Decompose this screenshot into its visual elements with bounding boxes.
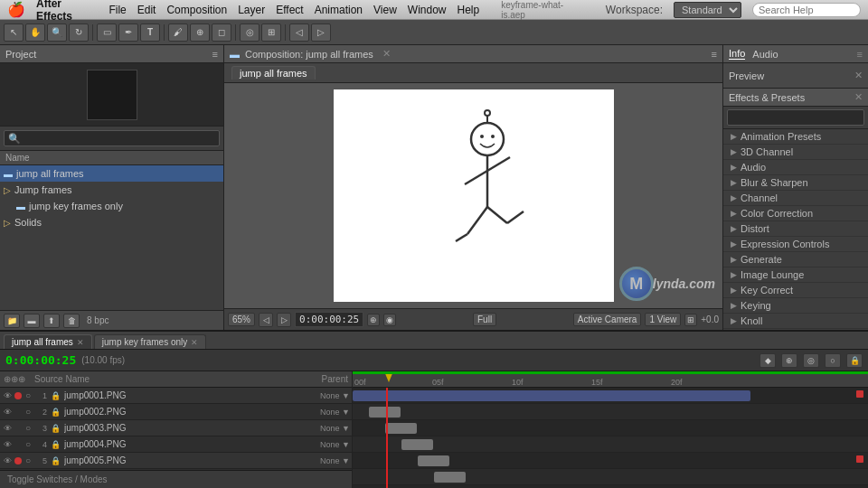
search-help-input[interactable] xyxy=(752,3,861,17)
toolbar-eraser-btn[interactable]: ◻ xyxy=(212,23,231,42)
tl-add-marker-btn[interactable]: ◆ xyxy=(760,353,776,368)
tl-layer-row-4[interactable]: 👁 ○ 5 🔒 jump0005.PNG None ▼ xyxy=(0,453,352,469)
new-folder-btn[interactable]: 📁 xyxy=(4,314,20,328)
comp-prev-btn[interactable]: ◁ xyxy=(259,313,273,327)
tl-motion-blur-btn[interactable]: ◎ xyxy=(803,353,819,368)
toolbar-pen-btn[interactable]: ✒ xyxy=(118,23,138,42)
toolbar-nav2-btn[interactable]: ▷ xyxy=(311,23,331,42)
trash-btn[interactable]: 🗑 xyxy=(63,314,80,328)
tl-layer-row-3[interactable]: 👁 ○ 4 🔒 jump0004.PNG None ▼ xyxy=(0,436,352,453)
tl-layer-row-1[interactable]: 👁 ○ 2 🔒 jump0002.PNG None ▼ xyxy=(0,404,352,420)
tl-lock-btn[interactable]: 🔒 xyxy=(846,353,863,368)
tl-layer-options-btn[interactable]: ⊕ xyxy=(781,353,797,368)
info-tab[interactable]: Info xyxy=(729,48,745,60)
menu-view[interactable]: View xyxy=(373,4,397,16)
tl-lock-3[interactable]: 🔒 xyxy=(51,440,61,449)
effect-item-2[interactable]: ▶ Audio xyxy=(723,160,868,175)
menu-file[interactable]: File xyxy=(108,4,126,16)
effect-item-1[interactable]: ▶ 3D Channel xyxy=(723,145,868,160)
right-panel-menu[interactable]: ≡ xyxy=(857,49,863,60)
effect-item-9[interactable]: ▶ Image Lounge xyxy=(723,267,868,283)
tl-layer-row-2[interactable]: 👁 ○ 3 🔒 jump0003.PNG None ▼ xyxy=(0,420,352,436)
workspace-select[interactable]: Standard xyxy=(674,2,741,18)
tl-tab-1[interactable]: jump key frames only ✕ xyxy=(94,334,206,349)
toolbar-rotate-btn[interactable]: ↻ xyxy=(69,23,89,42)
toolbar-zoom-btn[interactable]: 🔍 xyxy=(47,23,67,42)
project-item-3[interactable]: ▷ Solids xyxy=(0,214,223,230)
tl-solo-2[interactable]: ○ xyxy=(25,423,31,433)
tl-name-0[interactable]: jump0001.PNG xyxy=(64,390,303,400)
tl-parent-3[interactable]: None ▼ xyxy=(305,440,350,449)
comp-snap-btn[interactable]: ⊕ xyxy=(367,314,380,326)
comp-view-count[interactable]: 1 View xyxy=(645,313,681,326)
project-item-2[interactable]: ▬ jump key frames only xyxy=(0,198,223,214)
panel-menu-icon[interactable]: ≡ xyxy=(212,49,218,60)
effect-item-8[interactable]: ▶ Generate xyxy=(723,252,868,267)
tl-name-3[interactable]: jump0004.PNG xyxy=(64,439,303,449)
effect-item-12[interactable]: ▶ Knoll xyxy=(723,314,868,329)
comp-camera-select[interactable]: Active Camera xyxy=(573,313,642,326)
tl-tab-1-close[interactable]: ✕ xyxy=(191,338,198,347)
effects-close[interactable]: ✕ xyxy=(854,91,863,103)
tl-parent-1[interactable]: None ▼ xyxy=(305,408,350,417)
comp-zoom-display[interactable]: 65% xyxy=(228,313,255,326)
tl-layer-row-0[interactable]: 👁 ○ 1 🔒 jump0001.PNG None ▼ xyxy=(0,388,352,404)
comp-play-btn[interactable]: ▷ xyxy=(277,313,291,327)
new-comp-btn[interactable]: ▬ xyxy=(24,314,40,328)
tl-name-4[interactable]: jump0005.PNG xyxy=(64,455,303,465)
menu-effect[interactable]: Effect xyxy=(276,4,303,16)
comp-grid-btn[interactable]: ⊞ xyxy=(684,314,697,326)
effect-item-4[interactable]: ▶ Channel xyxy=(723,191,868,206)
preview-close[interactable]: ✕ xyxy=(854,70,863,81)
toolbar-rect-btn[interactable]: ▭ xyxy=(97,23,117,42)
tl-parent-2[interactable]: None ▼ xyxy=(305,424,350,433)
menu-edit[interactable]: Edit xyxy=(137,4,156,16)
effect-item-10[interactable]: ▶ Key Correct xyxy=(723,283,868,298)
comp-overlay-btn[interactable]: ◉ xyxy=(383,314,396,326)
project-search-input[interactable] xyxy=(4,130,220,146)
tl-solo-0[interactable]: ○ xyxy=(25,390,31,400)
tl-name-2[interactable]: jump0003.PNG xyxy=(64,423,303,433)
tl-parent-0[interactable]: None ▼ xyxy=(305,391,350,400)
tl-vis-0[interactable]: 👁 xyxy=(2,390,13,401)
import-btn[interactable]: ⬆ xyxy=(43,314,60,328)
effect-item-11[interactable]: ▶ Keying xyxy=(723,298,868,314)
tl-vis-1[interactable]: 👁 xyxy=(2,407,13,418)
tl-solo-btn[interactable]: ○ xyxy=(825,353,841,368)
tl-lock-2[interactable]: 🔒 xyxy=(51,424,61,433)
tl-timecode-display[interactable]: 0:00:00:25 xyxy=(5,353,76,367)
menu-animation[interactable]: Animation xyxy=(315,4,363,16)
tl-tab-0[interactable]: jump all frames ✕ xyxy=(4,334,92,349)
tl-vis-2[interactable]: 👁 xyxy=(2,423,13,434)
tl-tab-0-close[interactable]: ✕ xyxy=(77,338,84,347)
effect-item-5[interactable]: ▶ Color Correction xyxy=(723,206,868,221)
comp-header-close[interactable]: ✕ xyxy=(382,48,391,60)
effect-item-7[interactable]: ▶ Expression Controls xyxy=(723,237,868,252)
project-item-1[interactable]: ▷ Jump frames xyxy=(0,182,223,198)
toolbar-brush-btn[interactable]: 🖌 xyxy=(168,23,188,42)
tl-vis-4[interactable]: 👁 xyxy=(2,455,13,466)
toolbar-puppet-btn[interactable]: ◎ xyxy=(240,23,259,42)
menu-window[interactable]: Window xyxy=(408,4,447,16)
menu-layer[interactable]: Layer xyxy=(238,4,265,16)
toolbar-extra-btn[interactable]: ⊞ xyxy=(261,23,281,42)
toolbar-nav-btn[interactable]: ◁ xyxy=(289,23,309,42)
effect-item-0[interactable]: ▶ Animation Presets xyxy=(723,129,868,145)
comp-panel-menu[interactable]: ≡ xyxy=(712,49,717,60)
effects-search-input[interactable] xyxy=(727,109,864,126)
tl-lock-1[interactable]: 🔒 xyxy=(51,408,61,417)
toolbar-clone-btn[interactable]: ⊕ xyxy=(190,23,210,42)
effect-item-6[interactable]: ▶ Distort xyxy=(723,221,868,237)
tl-lock-4[interactable]: 🔒 xyxy=(51,456,61,465)
comp-quality-select[interactable]: Full xyxy=(473,313,496,326)
tl-name-1[interactable]: jump0002.PNG xyxy=(64,407,303,417)
tl-lock-0[interactable]: 🔒 xyxy=(51,391,61,400)
audio-tab[interactable]: Audio xyxy=(752,49,778,60)
tl-solo-4[interactable]: ○ xyxy=(25,455,31,465)
toolbar-arrow-btn[interactable]: ↖ xyxy=(4,23,24,42)
menu-help[interactable]: Help xyxy=(458,4,480,16)
tl-vis-3[interactable]: 👁 xyxy=(2,439,13,450)
menu-composition[interactable]: Composition xyxy=(166,4,227,16)
toolbar-text-btn[interactable]: T xyxy=(140,23,160,42)
tl-solo-1[interactable]: ○ xyxy=(25,407,31,417)
